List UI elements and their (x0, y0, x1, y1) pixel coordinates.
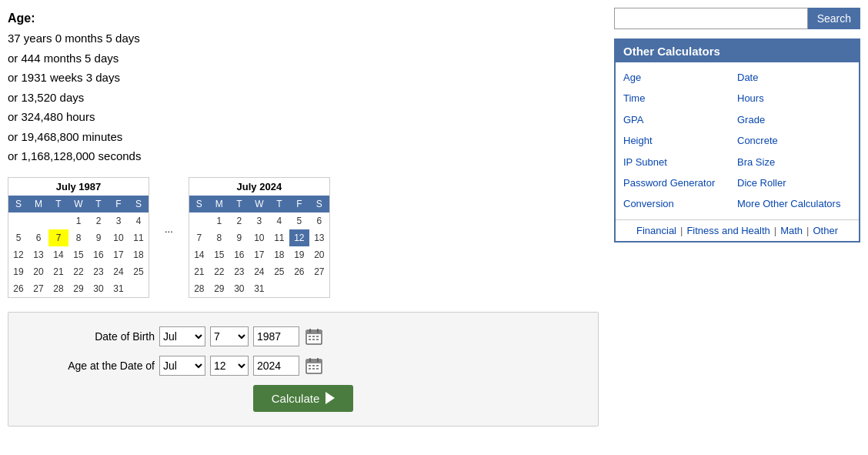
svg-rect-9 (316, 339, 319, 340)
cal-now-cell: 21 (189, 263, 209, 280)
cal-now-cell: 16 (229, 246, 249, 263)
cal-birth-hdr-s: S (8, 196, 28, 212)
cal-now-cell: 19 (289, 246, 309, 263)
link-bra-size[interactable]: Bra Size (737, 153, 851, 171)
categories-row: Financial | Fitness and Health | Math | … (616, 219, 859, 241)
age-line-5: or 324,480 hours (8, 107, 599, 127)
cal-now-cell: 26 (289, 263, 309, 280)
cal-now-cell: 1 (209, 212, 229, 229)
dob-day-select[interactable]: 1234567891011121314151617181920212223242… (210, 326, 249, 346)
cal-now-cell: 29 (209, 280, 229, 297)
link-dice-roller[interactable]: Dice Roller (737, 174, 851, 192)
link-height[interactable]: Height (623, 132, 737, 149)
link-ip-subnet[interactable]: IP Subnet (623, 153, 737, 171)
cal-birth-cell: 1 (68, 212, 88, 229)
link-password-generator[interactable]: Password Generator (623, 174, 737, 192)
cal-now-cell (189, 212, 209, 229)
cal-now-hdr-w: W (249, 196, 269, 212)
calendar-birth-title: July 1987 (8, 178, 149, 196)
cal-birth-cell (48, 212, 68, 229)
calculate-arrow-icon (326, 392, 335, 404)
link-date[interactable]: Date (737, 69, 851, 86)
cal-birth-cell: 24 (108, 263, 129, 280)
cal-now-hdr-s2: S (309, 196, 329, 212)
dob-row: Date of Birth JanFebMarAprMayJunJulAugSe… (32, 326, 575, 346)
svg-rect-17 (309, 368, 311, 370)
link-concrete[interactable]: Concrete (737, 132, 851, 149)
cat-fitness[interactable]: Fitness and Health (686, 225, 770, 236)
cal-now-cell: 30 (229, 280, 249, 297)
calendar-now-title: July 2024 (189, 178, 329, 196)
cal-now-cell: 31 (249, 280, 269, 297)
doa-label: Age at the Date of (32, 360, 155, 372)
doa-calendar-icon[interactable] (304, 356, 324, 376)
dob-calendar-icon[interactable] (304, 326, 324, 346)
age-result: Age: 37 years 0 months 5 days or 444 mon… (8, 8, 599, 166)
cal-birth-cell: 20 (28, 263, 48, 280)
sidebar: Search Other Calculators Age Date Time H… (614, 8, 860, 427)
doa-month-select[interactable]: JanFebMarAprMayJunJulAugSepOctNovDec (159, 356, 205, 376)
cal-now-cell: 15 (209, 246, 229, 263)
other-calc-header: Other Calculators (616, 40, 859, 62)
link-conversion[interactable]: Conversion (623, 195, 737, 212)
cat-financial[interactable]: Financial (636, 225, 676, 236)
age-line-7: or 1,168,128,000 seconds (8, 146, 599, 166)
dob-year-input[interactable] (253, 326, 299, 346)
age-line-2: or 444 months 5 days (8, 49, 599, 69)
cal-birth-cell: 4 (129, 212, 149, 229)
cal-birth-cell: 3 (108, 212, 129, 229)
search-button[interactable]: Search (808, 8, 860, 29)
cal-now-cell: 20 (309, 246, 329, 263)
link-age[interactable]: Age (623, 69, 737, 86)
cal-birth-cell: 10 (108, 229, 129, 246)
cal-birth-cell: 28 (48, 280, 68, 297)
cat-other[interactable]: Other (813, 225, 839, 236)
cal-birth-cell: 30 (88, 280, 108, 297)
doa-year-input[interactable] (253, 356, 299, 376)
cal-birth-hdr-t1: T (48, 196, 68, 212)
calculate-button[interactable]: Calculate (253, 385, 354, 412)
doa-day-select[interactable]: 1234567891011121314151617181920212223242… (210, 356, 249, 376)
svg-rect-6 (316, 336, 319, 337)
link-grade[interactable]: Grade (737, 111, 851, 129)
link-more-other-calculators[interactable]: More Other Calculators (737, 195, 851, 212)
search-input[interactable] (614, 8, 808, 29)
calendar-separator: ... (165, 177, 173, 235)
cal-birth-hdr-m: M (28, 196, 48, 212)
svg-rect-1 (306, 330, 322, 334)
cal-now-cell: 6 (309, 212, 329, 229)
cal-now-cell: 5 (289, 212, 309, 229)
link-gpa[interactable]: GPA (623, 111, 737, 129)
cal-birth-cell: 31 (108, 280, 129, 297)
dob-month-select[interactable]: JanFebMarAprMayJunJulAugSepOctNovDec (159, 326, 205, 346)
doa-row: Age at the Date of JanFebMarAprMayJunJul… (32, 356, 575, 376)
cal-birth-cell (129, 280, 149, 297)
svg-rect-15 (312, 365, 315, 366)
search-row: Search (614, 8, 860, 29)
link-hours[interactable]: Hours (737, 89, 851, 107)
cal-now-hdr-f: F (289, 196, 309, 212)
svg-rect-8 (312, 339, 315, 340)
cal-now-cell: 12 (289, 229, 309, 246)
cal-birth-cell: 8 (68, 229, 88, 246)
link-time[interactable]: Time (623, 89, 737, 107)
cal-birth-cell: 27 (28, 280, 48, 297)
cal-now-cell (309, 280, 329, 297)
cal-now-cell: 18 (269, 246, 289, 263)
cal-birth-cell: 26 (8, 280, 28, 297)
cal-birth-cell (28, 212, 48, 229)
cal-now-cell: 9 (229, 229, 249, 246)
cat-math[interactable]: Math (780, 225, 803, 236)
cat-sep-3: | (806, 225, 809, 236)
cal-birth-cell: 29 (68, 280, 88, 297)
input-form: Date of Birth JanFebMarAprMayJunJulAugSe… (8, 312, 599, 427)
cal-now-hdr-t2: T (269, 196, 289, 212)
age-line-6: or 19,468,800 minutes (8, 127, 599, 147)
cal-birth-cell: 5 (8, 229, 28, 246)
svg-rect-19 (316, 368, 319, 370)
cal-now-cell: 24 (249, 263, 269, 280)
calendars-row: July 1987 S M T W T F S 12345678910 (8, 177, 599, 298)
svg-rect-11 (306, 360, 322, 363)
cal-birth-cell: 12 (8, 246, 28, 263)
svg-rect-18 (312, 368, 315, 370)
